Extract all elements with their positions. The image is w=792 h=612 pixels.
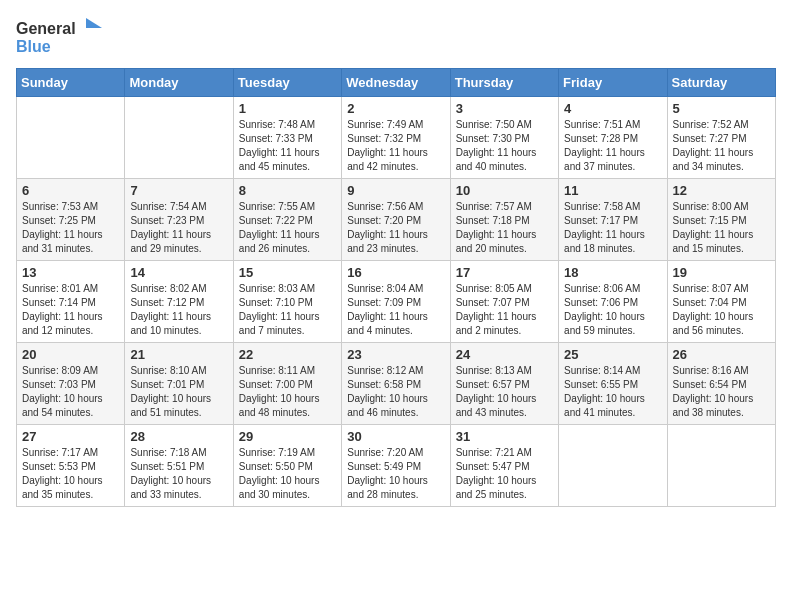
calendar-cell: 3Sunrise: 7:50 AMSunset: 7:30 PMDaylight… — [450, 97, 558, 179]
weekday-header-tuesday: Tuesday — [233, 69, 341, 97]
day-number: 28 — [130, 429, 227, 444]
calendar-cell: 24Sunrise: 8:13 AMSunset: 6:57 PMDayligh… — [450, 343, 558, 425]
day-number: 23 — [347, 347, 444, 362]
day-number: 17 — [456, 265, 553, 280]
day-info: Sunrise: 8:04 AMSunset: 7:09 PMDaylight:… — [347, 283, 428, 336]
day-number: 6 — [22, 183, 119, 198]
day-info: Sunrise: 7:19 AMSunset: 5:50 PMDaylight:… — [239, 447, 320, 500]
calendar-cell: 7Sunrise: 7:54 AMSunset: 7:23 PMDaylight… — [125, 179, 233, 261]
calendar-cell: 27Sunrise: 7:17 AMSunset: 5:53 PMDayligh… — [17, 425, 125, 507]
day-info: Sunrise: 8:09 AMSunset: 7:03 PMDaylight:… — [22, 365, 103, 418]
day-number: 22 — [239, 347, 336, 362]
calendar-cell: 8Sunrise: 7:55 AMSunset: 7:22 PMDaylight… — [233, 179, 341, 261]
calendar-cell: 31Sunrise: 7:21 AMSunset: 5:47 PMDayligh… — [450, 425, 558, 507]
day-number: 12 — [673, 183, 770, 198]
weekday-header-sunday: Sunday — [17, 69, 125, 97]
calendar-cell: 4Sunrise: 7:51 AMSunset: 7:28 PMDaylight… — [559, 97, 667, 179]
day-info: Sunrise: 7:18 AMSunset: 5:51 PMDaylight:… — [130, 447, 211, 500]
week-row-3: 13Sunrise: 8:01 AMSunset: 7:14 PMDayligh… — [17, 261, 776, 343]
weekday-header-row: SundayMondayTuesdayWednesdayThursdayFrid… — [17, 69, 776, 97]
day-number: 11 — [564, 183, 661, 198]
day-info: Sunrise: 8:10 AMSunset: 7:01 PMDaylight:… — [130, 365, 211, 418]
day-info: Sunrise: 8:03 AMSunset: 7:10 PMDaylight:… — [239, 283, 320, 336]
calendar-cell: 25Sunrise: 8:14 AMSunset: 6:55 PMDayligh… — [559, 343, 667, 425]
calendar-cell: 10Sunrise: 7:57 AMSunset: 7:18 PMDayligh… — [450, 179, 558, 261]
week-row-4: 20Sunrise: 8:09 AMSunset: 7:03 PMDayligh… — [17, 343, 776, 425]
weekday-header-saturday: Saturday — [667, 69, 775, 97]
day-info: Sunrise: 8:00 AMSunset: 7:15 PMDaylight:… — [673, 201, 754, 254]
day-info: Sunrise: 7:51 AMSunset: 7:28 PMDaylight:… — [564, 119, 645, 172]
day-number: 27 — [22, 429, 119, 444]
calendar-cell: 21Sunrise: 8:10 AMSunset: 7:01 PMDayligh… — [125, 343, 233, 425]
day-number: 2 — [347, 101, 444, 116]
calendar-cell: 30Sunrise: 7:20 AMSunset: 5:49 PMDayligh… — [342, 425, 450, 507]
calendar-cell — [667, 425, 775, 507]
day-number: 31 — [456, 429, 553, 444]
day-number: 15 — [239, 265, 336, 280]
day-number: 16 — [347, 265, 444, 280]
day-info: Sunrise: 7:53 AMSunset: 7:25 PMDaylight:… — [22, 201, 103, 254]
week-row-5: 27Sunrise: 7:17 AMSunset: 5:53 PMDayligh… — [17, 425, 776, 507]
logo-svg: GeneralBlue — [16, 16, 106, 56]
day-info: Sunrise: 7:54 AMSunset: 7:23 PMDaylight:… — [130, 201, 211, 254]
week-row-2: 6Sunrise: 7:53 AMSunset: 7:25 PMDaylight… — [17, 179, 776, 261]
calendar-cell: 28Sunrise: 7:18 AMSunset: 5:51 PMDayligh… — [125, 425, 233, 507]
logo: GeneralBlue — [16, 16, 106, 56]
calendar-cell — [17, 97, 125, 179]
day-info: Sunrise: 7:55 AMSunset: 7:22 PMDaylight:… — [239, 201, 320, 254]
week-row-1: 1Sunrise: 7:48 AMSunset: 7:33 PMDaylight… — [17, 97, 776, 179]
calendar-cell: 29Sunrise: 7:19 AMSunset: 5:50 PMDayligh… — [233, 425, 341, 507]
svg-text:Blue: Blue — [16, 38, 51, 55]
day-info: Sunrise: 8:01 AMSunset: 7:14 PMDaylight:… — [22, 283, 103, 336]
calendar-cell: 6Sunrise: 7:53 AMSunset: 7:25 PMDaylight… — [17, 179, 125, 261]
day-info: Sunrise: 8:02 AMSunset: 7:12 PMDaylight:… — [130, 283, 211, 336]
calendar-cell — [559, 425, 667, 507]
day-number: 13 — [22, 265, 119, 280]
calendar-cell: 26Sunrise: 8:16 AMSunset: 6:54 PMDayligh… — [667, 343, 775, 425]
weekday-header-wednesday: Wednesday — [342, 69, 450, 97]
day-info: Sunrise: 8:07 AMSunset: 7:04 PMDaylight:… — [673, 283, 754, 336]
svg-marker-2 — [86, 18, 102, 28]
day-number: 19 — [673, 265, 770, 280]
day-info: Sunrise: 7:21 AMSunset: 5:47 PMDaylight:… — [456, 447, 537, 500]
calendar-cell: 2Sunrise: 7:49 AMSunset: 7:32 PMDaylight… — [342, 97, 450, 179]
calendar-cell: 1Sunrise: 7:48 AMSunset: 7:33 PMDaylight… — [233, 97, 341, 179]
calendar-cell: 15Sunrise: 8:03 AMSunset: 7:10 PMDayligh… — [233, 261, 341, 343]
day-info: Sunrise: 8:12 AMSunset: 6:58 PMDaylight:… — [347, 365, 428, 418]
calendar-cell: 5Sunrise: 7:52 AMSunset: 7:27 PMDaylight… — [667, 97, 775, 179]
page-header: GeneralBlue — [16, 16, 776, 56]
day-info: Sunrise: 7:58 AMSunset: 7:17 PMDaylight:… — [564, 201, 645, 254]
day-info: Sunrise: 8:06 AMSunset: 7:06 PMDaylight:… — [564, 283, 645, 336]
calendar-cell — [125, 97, 233, 179]
day-number: 9 — [347, 183, 444, 198]
day-number: 26 — [673, 347, 770, 362]
calendar-cell: 9Sunrise: 7:56 AMSunset: 7:20 PMDaylight… — [342, 179, 450, 261]
svg-text:General: General — [16, 20, 76, 37]
day-info: Sunrise: 7:57 AMSunset: 7:18 PMDaylight:… — [456, 201, 537, 254]
calendar-cell: 19Sunrise: 8:07 AMSunset: 7:04 PMDayligh… — [667, 261, 775, 343]
calendar-cell: 23Sunrise: 8:12 AMSunset: 6:58 PMDayligh… — [342, 343, 450, 425]
weekday-header-thursday: Thursday — [450, 69, 558, 97]
day-info: Sunrise: 7:20 AMSunset: 5:49 PMDaylight:… — [347, 447, 428, 500]
calendar-cell: 16Sunrise: 8:04 AMSunset: 7:09 PMDayligh… — [342, 261, 450, 343]
day-number: 20 — [22, 347, 119, 362]
day-info: Sunrise: 8:16 AMSunset: 6:54 PMDaylight:… — [673, 365, 754, 418]
day-number: 5 — [673, 101, 770, 116]
day-info: Sunrise: 8:05 AMSunset: 7:07 PMDaylight:… — [456, 283, 537, 336]
day-info: Sunrise: 7:56 AMSunset: 7:20 PMDaylight:… — [347, 201, 428, 254]
weekday-header-friday: Friday — [559, 69, 667, 97]
day-number: 7 — [130, 183, 227, 198]
day-number: 4 — [564, 101, 661, 116]
calendar-cell: 22Sunrise: 8:11 AMSunset: 7:00 PMDayligh… — [233, 343, 341, 425]
day-number: 8 — [239, 183, 336, 198]
day-info: Sunrise: 7:49 AMSunset: 7:32 PMDaylight:… — [347, 119, 428, 172]
calendar-cell: 11Sunrise: 7:58 AMSunset: 7:17 PMDayligh… — [559, 179, 667, 261]
day-number: 1 — [239, 101, 336, 116]
day-number: 24 — [456, 347, 553, 362]
calendar-cell: 20Sunrise: 8:09 AMSunset: 7:03 PMDayligh… — [17, 343, 125, 425]
day-number: 30 — [347, 429, 444, 444]
day-info: Sunrise: 8:14 AMSunset: 6:55 PMDaylight:… — [564, 365, 645, 418]
day-info: Sunrise: 7:17 AMSunset: 5:53 PMDaylight:… — [22, 447, 103, 500]
calendar-cell: 17Sunrise: 8:05 AMSunset: 7:07 PMDayligh… — [450, 261, 558, 343]
day-number: 10 — [456, 183, 553, 198]
